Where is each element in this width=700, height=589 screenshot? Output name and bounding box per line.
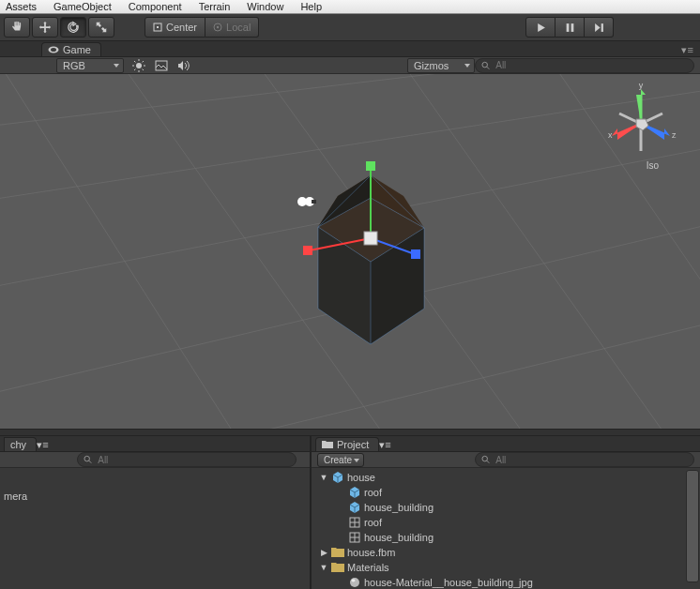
svg-line-16 bbox=[134, 68, 135, 69]
svg-rect-43 bbox=[366, 161, 375, 171]
tree-item-label: house bbox=[347, 472, 375, 483]
play-button[interactable] bbox=[525, 17, 555, 38]
svg-line-65 bbox=[487, 461, 490, 463]
tree-row[interactable]: ▼Materials bbox=[312, 560, 700, 575]
menu-terrain[interactable]: Terrain bbox=[199, 1, 231, 12]
search-icon bbox=[481, 455, 490, 464]
render-mode-dropdown[interactable]: RGB bbox=[56, 58, 124, 73]
create-button[interactable]: Create bbox=[317, 453, 364, 467]
menu-component[interactable]: Component bbox=[129, 1, 182, 12]
tree-row[interactable]: roof bbox=[312, 515, 700, 530]
svg-line-15 bbox=[143, 68, 144, 69]
svg-marker-61 bbox=[636, 119, 648, 130]
svg-rect-47 bbox=[411, 249, 420, 259]
panel-menu-icon[interactable]: ▾≡ bbox=[379, 439, 390, 451]
menu-help[interactable]: Help bbox=[300, 1, 322, 12]
expander-icon[interactable]: ▶ bbox=[319, 548, 328, 557]
create-label: Create bbox=[324, 455, 352, 465]
panel-divider[interactable] bbox=[0, 429, 700, 436]
scene-search-input[interactable] bbox=[494, 59, 688, 71]
hierarchy-tab[interactable]: chy bbox=[4, 437, 37, 451]
hierarchy-tab-label: chy bbox=[10, 439, 26, 450]
svg-point-64 bbox=[482, 456, 488, 461]
skybox-toggle-icon[interactable] bbox=[154, 58, 169, 73]
svg-point-3 bbox=[217, 26, 219, 28]
render-mode-label: RGB bbox=[63, 60, 85, 71]
svg-point-62 bbox=[84, 456, 90, 461]
scene-tab-strip: Game ▾≡ bbox=[0, 41, 700, 57]
panel-menu-icon[interactable]: ▾≡ bbox=[681, 44, 694, 56]
mesh-icon bbox=[348, 516, 361, 529]
scene-viewport[interactable]: y x z Iso bbox=[0, 74, 700, 429]
axis-x-label: x bbox=[608, 130, 613, 140]
expander-icon[interactable]: ▼ bbox=[319, 473, 328, 482]
menu-window[interactable]: Window bbox=[247, 1, 283, 12]
camera-icon bbox=[297, 194, 317, 209]
scale-tool-button[interactable] bbox=[88, 17, 114, 38]
expander-icon[interactable]: ▼ bbox=[319, 563, 328, 572]
pause-button[interactable] bbox=[555, 17, 585, 38]
main-toolbar: Center Local bbox=[0, 14, 700, 41]
pivot-local-label: Local bbox=[226, 22, 251, 33]
pivot-local-button[interactable]: Local bbox=[205, 17, 259, 38]
hierarchy-panel: chy ▾≡ mera bbox=[0, 436, 312, 589]
rotate-tool-button[interactable] bbox=[60, 17, 86, 38]
tree-item-label: roof bbox=[364, 487, 382, 498]
tree-row[interactable]: ▶house.fbm bbox=[312, 545, 700, 560]
lighting-toggle-icon[interactable] bbox=[131, 58, 146, 73]
orientation-gizmo[interactable]: y x z bbox=[599, 82, 683, 166]
pivot-center-button[interactable]: Center bbox=[145, 17, 205, 38]
svg-rect-51 bbox=[312, 200, 316, 204]
project-tree[interactable]: ▼houseroofhouse_buildingroofhouse_buildi… bbox=[312, 468, 700, 589]
gizmos-label: Gizmos bbox=[414, 60, 449, 71]
material-icon bbox=[348, 576, 361, 589]
svg-rect-48 bbox=[364, 232, 377, 245]
svg-rect-4 bbox=[566, 23, 569, 32]
game-tab[interactable]: Game bbox=[41, 42, 101, 56]
local-icon bbox=[213, 23, 222, 32]
panel-menu-icon[interactable]: ▾≡ bbox=[37, 439, 48, 451]
folder-icon bbox=[331, 561, 344, 574]
prefab-icon bbox=[348, 501, 361, 514]
svg-rect-45 bbox=[303, 246, 312, 255]
menu-gameobject[interactable]: GameObject bbox=[53, 1, 112, 12]
tree-row[interactable]: ▼house bbox=[312, 470, 700, 485]
audio-toggle-icon[interactable] bbox=[176, 58, 191, 73]
pivot-center-label: Center bbox=[166, 22, 197, 33]
prefab-icon bbox=[331, 471, 344, 484]
tree-row[interactable]: roof bbox=[312, 485, 700, 500]
scene-toolbar: RGB Gizmos bbox=[0, 57, 700, 74]
svg-rect-6 bbox=[601, 23, 602, 32]
svg-point-19 bbox=[482, 62, 488, 68]
tree-row[interactable]: house_building bbox=[312, 500, 700, 515]
game-tab-label: Game bbox=[63, 44, 91, 55]
hand-tool-button[interactable] bbox=[4, 17, 30, 38]
center-icon bbox=[153, 23, 162, 32]
scene-search[interactable] bbox=[475, 58, 694, 73]
scrollbar-thumb[interactable] bbox=[686, 470, 699, 582]
projection-label[interactable]: Iso bbox=[647, 160, 659, 171]
project-tab[interactable]: Project bbox=[315, 437, 379, 451]
hierarchy-item[interactable]: mera bbox=[0, 489, 310, 504]
svg-rect-1 bbox=[157, 26, 159, 28]
hierarchy-item-label: mera bbox=[4, 491, 27, 502]
menubar: Assets GameObject Component Terrain Wind… bbox=[0, 0, 700, 14]
move-tool-button[interactable] bbox=[32, 17, 58, 38]
tree-item-label: roof bbox=[364, 517, 382, 528]
step-button[interactable] bbox=[585, 17, 614, 38]
hierarchy-search[interactable] bbox=[77, 452, 297, 467]
svg-rect-5 bbox=[571, 23, 573, 32]
folder-icon bbox=[331, 546, 344, 559]
project-tab-label: Project bbox=[337, 439, 369, 450]
tree-row[interactable]: house-Material__house_building_jpg bbox=[312, 575, 700, 589]
gizmos-dropdown[interactable]: Gizmos bbox=[407, 58, 475, 73]
project-search-input[interactable] bbox=[494, 454, 688, 466]
menu-assets[interactable]: Assets bbox=[6, 1, 37, 12]
hierarchy-tree[interactable]: mera bbox=[0, 468, 310, 589]
project-search[interactable] bbox=[475, 452, 694, 467]
svg-point-73 bbox=[352, 580, 356, 582]
hierarchy-search-input[interactable] bbox=[96, 454, 290, 466]
svg-line-20 bbox=[487, 67, 490, 69]
tree-row[interactable]: house_building bbox=[312, 530, 700, 545]
svg-line-17 bbox=[143, 61, 144, 62]
